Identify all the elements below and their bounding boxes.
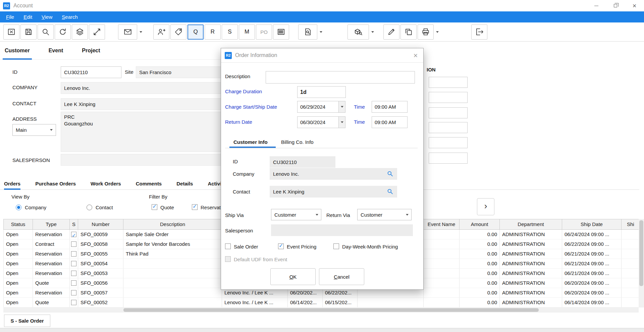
return-date-label[interactable]: Return Date	[225, 119, 252, 125]
exit-button[interactable]	[471, 24, 487, 40]
maximize-button[interactable]	[606, 0, 625, 11]
save-button[interactable]	[20, 24, 37, 40]
dialog-close-button[interactable]: ×	[411, 51, 421, 61]
dialog-tab-billing-info[interactable]: Billing Co. Info	[281, 139, 314, 145]
orders-table-row[interactable]: OpenQuoteSFO_00052Lenovo Inc. / Lee K ..…	[3, 298, 643, 308]
column-header[interactable]: Status	[3, 219, 33, 230]
address-type-select[interactable]: Main	[12, 124, 56, 136]
return-via-select[interactable]: Customer	[357, 209, 412, 220]
charge-start-time-input[interactable]: 09:00 AM	[372, 101, 408, 113]
menu-file[interactable]: File	[1, 11, 19, 22]
item-search-dropdown[interactable]	[370, 24, 375, 40]
tab-comments[interactable]: Comments	[136, 179, 162, 190]
search-button[interactable]	[38, 24, 54, 40]
charge-start-date-input[interactable]: 06/29/2024	[297, 101, 339, 113]
layers-button[interactable]	[72, 24, 88, 40]
edit-button[interactable]	[383, 24, 399, 40]
toolbar-letter-m-button[interactable]: M	[239, 24, 255, 40]
column-header[interactable]: Ship Date	[562, 219, 622, 230]
cancel-button[interactable]: Cancel	[319, 268, 364, 285]
toolbar-letter-po-button[interactable]: PO	[256, 24, 272, 40]
mail-dropdown[interactable]	[138, 24, 144, 40]
return-date-input[interactable]: 06/30/2024	[297, 116, 339, 128]
dialog-tab-customer-info[interactable]: Customer Info	[233, 139, 268, 145]
vertical-scrollbar[interactable]	[639, 219, 644, 308]
row-checkbox[interactable]	[71, 251, 76, 257]
column-header[interactable]: S	[70, 219, 78, 230]
close-button[interactable]: ×	[625, 0, 644, 11]
right-panel-field[interactable]	[429, 122, 468, 133]
next-page-button[interactable]: ›	[477, 198, 494, 215]
toolbar-letter-r-button[interactable]: R	[205, 24, 221, 40]
checkbox-quote-label[interactable]: Quote	[160, 205, 174, 210]
id-input[interactable]: CU302110	[61, 66, 121, 78]
return-date-dropdown[interactable]	[338, 116, 345, 128]
row-checkbox[interactable]	[71, 280, 76, 286]
tab-work-orders[interactable]: Work Orders	[91, 179, 121, 190]
menu-edit[interactable]: Edit	[19, 11, 37, 22]
tab-project[interactable]: Project	[81, 42, 101, 60]
checkbox-day-week-month-pricing[interactable]	[333, 243, 339, 249]
right-panel-field[interactable]	[429, 153, 468, 164]
radio-company[interactable]	[16, 205, 21, 210]
column-header[interactable]: Department	[500, 219, 562, 230]
print-button[interactable]	[418, 24, 434, 40]
minimize-button[interactable]	[587, 0, 606, 11]
horizontal-scrollbar[interactable]	[3, 308, 639, 313]
radio-company-label[interactable]: Company	[25, 205, 46, 210]
copy-button[interactable]	[400, 24, 417, 40]
ok-button[interactable]: OK	[270, 268, 316, 285]
contact-search-icon[interactable]	[387, 188, 394, 195]
right-panel-field[interactable]	[429, 92, 468, 103]
charge-duration-label[interactable]: Charge Duration	[225, 89, 262, 94]
toolbar-letter-q-button[interactable]: Q	[187, 24, 204, 40]
contact-field[interactable]: Lee K Xinping	[61, 98, 228, 110]
row-checkbox[interactable]	[71, 271, 76, 276]
row-checkbox[interactable]	[71, 261, 76, 266]
checkbox-sale-order[interactable]	[225, 243, 231, 249]
ship-via-select[interactable]: Customer	[271, 209, 321, 220]
checkbox-quote[interactable]	[152, 204, 157, 210]
checkbox-sale-order-label[interactable]: Sale Order	[234, 244, 258, 250]
refresh-button[interactable]	[55, 24, 71, 40]
right-panel-field[interactable]	[429, 107, 468, 118]
dialog-company-value[interactable]: Lenovo Inc.	[270, 168, 397, 180]
checkbox-reservation[interactable]	[192, 204, 198, 210]
tab-purchase-orders[interactable]: Purchase Orders	[35, 179, 76, 190]
charge-duration-input[interactable]: 1d	[297, 86, 346, 98]
menu-view[interactable]: View	[37, 11, 57, 22]
column-header[interactable]: Description	[123, 219, 222, 230]
charge-start-label[interactable]: Charge Start/Ship Date	[225, 104, 277, 110]
toolbar-letter-s-button[interactable]: S	[222, 24, 238, 40]
return-time-label[interactable]: Time	[354, 119, 365, 125]
barcode-button[interactable]	[273, 24, 289, 40]
column-header[interactable]: Number	[78, 219, 123, 230]
charge-start-time-label[interactable]: Time	[354, 104, 365, 110]
address-field[interactable]: PRC Gouangzhou	[61, 112, 228, 152]
radio-contact[interactable]	[87, 205, 92, 210]
company-search-icon[interactable]	[387, 170, 394, 177]
tab-event[interactable]: Event	[48, 42, 64, 60]
company-field[interactable]: Lenovo Inc.	[61, 82, 228, 94]
row-checkbox[interactable]	[71, 241, 76, 247]
mail-button[interactable]	[118, 24, 137, 40]
document-search-dropdown[interactable]	[318, 24, 324, 40]
row-checkbox[interactable]	[71, 300, 76, 305]
right-panel-field[interactable]	[429, 77, 468, 88]
checkbox-day-week-month-pricing-label[interactable]: Day-Week-Month Pricing	[342, 244, 398, 250]
return-time-input[interactable]: 09:00 AM	[372, 116, 408, 128]
expand-button[interactable]	[89, 24, 105, 40]
dialog-salesperson-input[interactable]	[271, 224, 413, 236]
item-search-button[interactable]	[347, 24, 369, 40]
right-panel-field[interactable]	[429, 137, 468, 148]
vertical-scrollbar-thumb[interactable]	[639, 220, 643, 286]
row-checkbox[interactable]	[71, 232, 76, 237]
add-contact-button[interactable]	[153, 24, 169, 40]
description-input[interactable]	[266, 71, 415, 84]
print-dropdown[interactable]	[435, 24, 440, 40]
column-header[interactable]: Type	[33, 219, 70, 230]
close-record-button[interactable]	[3, 24, 19, 40]
dialog-contact-value[interactable]: Lee K Xinping	[270, 186, 397, 198]
row-checkbox[interactable]	[71, 290, 76, 295]
checkbox-event-pricing-label[interactable]: Event Pricing	[287, 244, 316, 250]
